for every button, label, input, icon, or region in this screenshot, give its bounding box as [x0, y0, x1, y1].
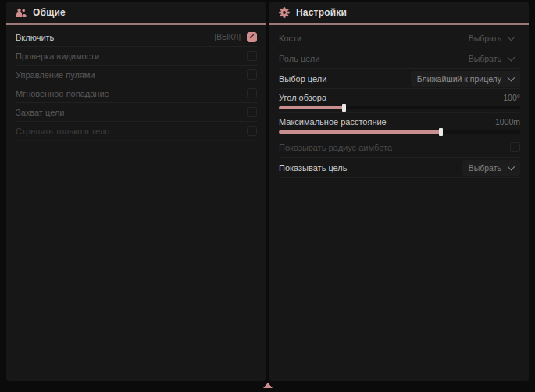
setting-row-fov: Угол обзора 100° — [279, 89, 520, 113]
scroll-up-indicator[interactable] — [263, 383, 273, 388]
toggle-row-enable[interactable]: Включить [ВЫКЛ] — [16, 28, 257, 47]
checkbox-bullet-control[interactable] — [247, 69, 257, 80]
toggle-row-body-only[interactable]: Стрелять только в тело — [16, 122, 257, 141]
toggle-row-visibility-check[interactable]: Проверка видимости — [16, 47, 257, 66]
checkbox-target-lock[interactable] — [247, 107, 257, 117]
setting-row-bones: Кости Выбрать — [279, 28, 520, 48]
setting-row-show-target: Показывать цель Выбрать — [279, 158, 520, 178]
dropdown-show-target[interactable]: Выбрать — [462, 160, 520, 176]
hotkey-tag: [ВЫКЛ] — [215, 33, 241, 41]
chevron-down-icon — [508, 33, 515, 41]
toggle-label: Стрелять только в тело — [16, 127, 109, 136]
setting-row-max-distance: Максимальное расстояние 1000m — [279, 113, 520, 137]
chevron-down-icon — [508, 53, 515, 61]
setting-label: Роль цели — [279, 54, 319, 63]
checkbox-visibility-check[interactable] — [247, 51, 257, 61]
setting-label: Угол обзора — [279, 93, 326, 102]
general-rows: Включить [ВЫКЛ] Проверка видимости Управ… — [6, 25, 266, 141]
chevron-down-icon — [508, 73, 515, 81]
panel-general-title: Общие — [33, 7, 66, 18]
toggle-label: Мгновенное попадание — [16, 89, 109, 98]
checkbox-enable[interactable] — [247, 32, 257, 42]
checkbox-body-only[interactable] — [247, 126, 257, 136]
setting-row-target-role: Роль цели Выбрать — [279, 48, 520, 69]
toggle-row-instant-hit[interactable]: Мгновенное попадание — [16, 84, 257, 103]
checkbox-show-aimbot-radius[interactable] — [510, 142, 520, 152]
toggle-row-target-lock[interactable]: Захват цели — [16, 103, 257, 122]
setting-label: Выбор цели — [279, 74, 326, 84]
setting-row-target-select: Выбор цели Ближайший к прицелу — [279, 69, 520, 89]
checkbox-instant-hit[interactable] — [247, 88, 257, 98]
panel-settings: Настройки Кости Выбрать Роль цели Выбрат… — [269, 2, 529, 381]
panel-settings-title: Настройки — [296, 7, 347, 18]
toggle-label: Захват цели — [16, 108, 64, 117]
toggle-row-bullet-control[interactable]: Управление пулями — [16, 66, 257, 84]
toggle-label: Проверка видимости — [16, 52, 99, 61]
slider-handle[interactable] — [342, 104, 346, 112]
panel-general-header: Общие — [6, 2, 266, 25]
slider-handle[interactable] — [439, 128, 443, 136]
setting-label: Максимальное расстояние — [279, 117, 387, 127]
gear-icon — [279, 7, 290, 18]
slider-value: 1000m — [495, 117, 520, 127]
max-distance-slider[interactable] — [279, 130, 520, 134]
toggle-label: Включить — [16, 33, 54, 42]
fov-slider[interactable] — [279, 106, 520, 109]
panel-general: Общие Включить [ВЫКЛ] Проверка видимости… — [6, 2, 266, 381]
dropdown-bones[interactable]: Выбрать — [462, 30, 520, 46]
setting-label: Кости — [279, 34, 301, 43]
group-icon — [16, 8, 27, 18]
setting-label: Показывать цель — [279, 163, 348, 173]
toggle-label: Управление пулями — [16, 70, 95, 80]
slider-value: 100° — [503, 93, 520, 102]
toggle-label: Показывать радиус аимбота — [279, 143, 392, 152]
dropdown-target-select[interactable]: Ближайший к прицелу — [411, 71, 520, 87]
toggle-row-show-aimbot-radius[interactable]: Показывать радиус аимбота — [279, 137, 520, 158]
settings-rows: Кости Выбрать Роль цели Выбрать Выбор це… — [269, 25, 529, 178]
panel-settings-header: Настройки — [269, 2, 529, 25]
dropdown-target-role[interactable]: Выбрать — [462, 51, 520, 66]
chevron-down-icon — [508, 162, 515, 170]
